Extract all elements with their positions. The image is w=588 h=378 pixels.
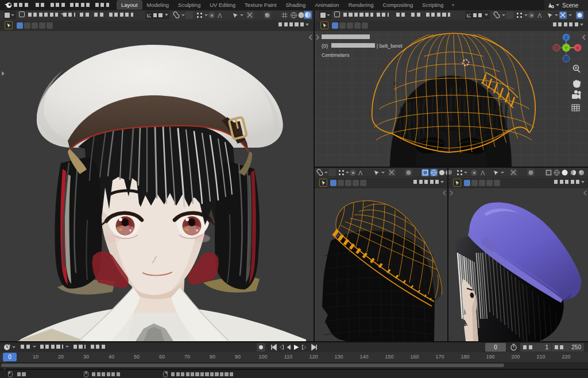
svg-text:Centimeters: Centimeters <box>322 52 350 58</box>
svg-text:Y: Y <box>564 45 568 51</box>
svg-text:X: X <box>576 45 579 51</box>
svg-text:(0): (0) <box>322 43 328 49</box>
svg-text:| belt_beret: | belt_beret <box>377 43 403 49</box>
svg-text:Z: Z <box>565 35 568 40</box>
